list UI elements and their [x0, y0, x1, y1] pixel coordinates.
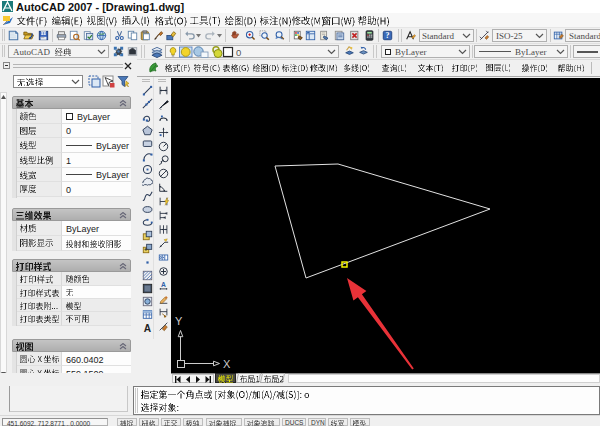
svg-text:0: 0 [236, 46, 241, 57]
svg-text:Y: Y [175, 315, 183, 327]
svg-text:X: X [223, 358, 231, 370]
svg-text:?: ? [385, 31, 389, 40]
svg-text:A: A [161, 280, 166, 287]
svg-text:A: A [143, 323, 151, 334]
